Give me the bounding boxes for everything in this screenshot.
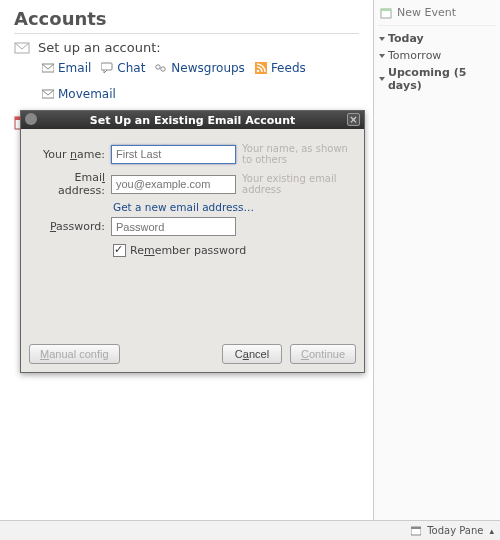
your-name-input[interactable]	[111, 145, 236, 164]
chevron-down-icon	[379, 77, 385, 81]
manual-config-button[interactable]: Manual config	[29, 344, 120, 364]
side-upcoming-label: Upcoming (5 days)	[388, 66, 494, 92]
your-name-label: Your name:	[31, 148, 105, 161]
row-password: Password:	[31, 217, 354, 236]
email-hint: Your existing email address	[242, 173, 354, 195]
link-newsgroups-label: Newsgroups	[171, 61, 245, 75]
get-new-email-link[interactable]: Get a new email address…	[31, 201, 354, 213]
dialog-titlebar: Set Up an Existing Email Account ×	[21, 111, 364, 129]
setup-account-title: Set up an account:	[38, 40, 359, 55]
svg-point-4	[161, 67, 165, 71]
movemail-icon	[42, 88, 54, 100]
link-movemail[interactable]: Movemail	[42, 87, 116, 101]
row-your-name: Your name: Your name, as shown to others	[31, 143, 354, 165]
side-today-label: Today	[388, 32, 424, 45]
feeds-icon	[255, 62, 267, 74]
newsgroup-icon	[155, 62, 167, 74]
link-feeds-label: Feeds	[271, 61, 306, 75]
page-title: Accounts	[14, 8, 359, 34]
account-links: Email Chat Newsgroups Feeds Movemail	[38, 61, 359, 101]
envelope-icon	[14, 40, 30, 56]
side-today[interactable]: Today	[378, 30, 496, 47]
svg-rect-11	[381, 9, 391, 11]
row-email: Email address: Your existing email addre…	[31, 171, 354, 197]
chevron-up-icon[interactable]: ▴	[489, 526, 494, 536]
your-name-hint: Your name, as shown to others	[242, 143, 354, 165]
new-event-label: New Event	[397, 6, 456, 19]
close-button[interactable]: ×	[347, 113, 360, 126]
link-chat-label: Chat	[117, 61, 145, 75]
remember-password-row[interactable]: Remember password	[31, 244, 354, 257]
svg-rect-2	[101, 63, 112, 70]
chevron-down-icon	[379, 54, 385, 58]
manual-config-label: Manual config	[40, 348, 109, 360]
app-icon	[25, 113, 37, 125]
remember-password-label: Remember password	[130, 244, 246, 257]
link-feeds[interactable]: Feeds	[255, 61, 306, 75]
svg-point-3	[156, 65, 160, 69]
side-tomorrow[interactable]: Tomorrow	[378, 47, 496, 64]
link-email[interactable]: Email	[42, 61, 91, 75]
chevron-down-icon	[379, 37, 385, 41]
continue-button[interactable]: Continue	[290, 344, 356, 364]
link-movemail-label: Movemail	[58, 87, 116, 101]
email-input[interactable]	[111, 175, 236, 194]
dialog-body: Your name: Your name, as shown to others…	[21, 129, 364, 338]
calendar-small-icon	[411, 526, 421, 536]
chat-icon	[101, 62, 113, 74]
link-chat[interactable]: Chat	[101, 61, 145, 75]
link-email-label: Email	[58, 61, 91, 75]
events-side-panel: New Event Today Tomorrow Upcoming (5 day…	[374, 0, 500, 540]
dialog-title: Set Up an Existing Email Account	[90, 114, 295, 127]
password-input[interactable]	[111, 217, 236, 236]
side-tomorrow-label: Tomorrow	[388, 49, 441, 62]
link-newsgroups[interactable]: Newsgroups	[155, 61, 245, 75]
setup-account-section: Set up an account: Email Chat Newsgroups…	[14, 40, 359, 101]
today-pane-toggle[interactable]: Today Pane	[427, 525, 483, 536]
remember-password-checkbox[interactable]	[113, 244, 126, 257]
dialog-button-row: Manual config Cancel Continue	[21, 338, 364, 372]
email-label: Email address:	[31, 171, 105, 197]
svg-point-6	[257, 70, 260, 73]
cancel-label: Cancel	[235, 348, 269, 360]
new-event-button[interactable]: New Event	[378, 4, 496, 26]
email-icon	[42, 62, 54, 74]
password-label: Password:	[31, 220, 105, 233]
side-upcoming[interactable]: Upcoming (5 days)	[378, 64, 496, 94]
email-setup-dialog: Set Up an Existing Email Account × Your …	[20, 110, 365, 373]
cancel-button[interactable]: Cancel	[222, 344, 282, 364]
new-event-icon	[380, 7, 392, 19]
continue-label: Continue	[301, 348, 345, 360]
status-bar: Today Pane ▴	[0, 520, 500, 540]
svg-rect-13	[411, 527, 421, 529]
